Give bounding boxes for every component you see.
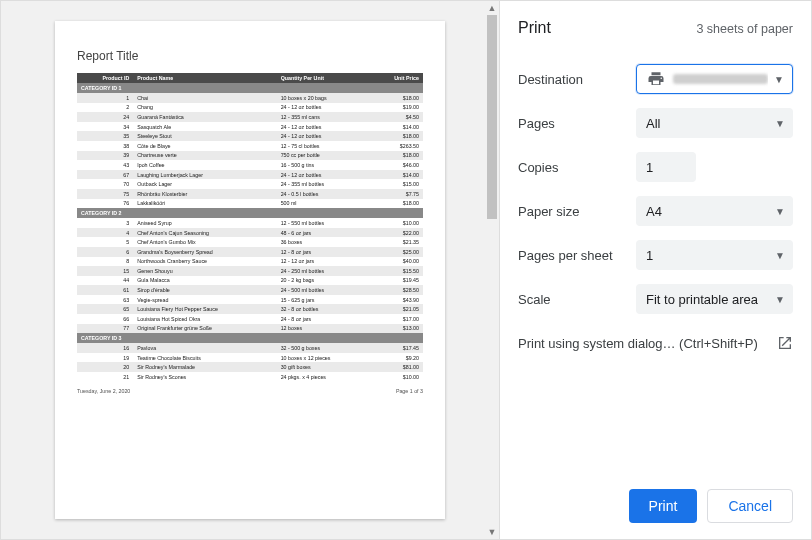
category-row: CATEGORY ID 3: [77, 333, 423, 343]
footer-page: Page 1 of 3: [396, 388, 423, 394]
table-row: 67Laughing Lumberjack Lager24 - 12 oz bo…: [77, 170, 423, 180]
chevron-down-icon: ▼: [775, 118, 785, 129]
cancel-button[interactable]: Cancel: [707, 489, 793, 523]
panel-title: Print: [518, 19, 551, 37]
copies-input[interactable]: 1: [636, 152, 696, 182]
label-pages: Pages: [518, 116, 636, 131]
table-row: 6Grandma's Boysenberry Spread12 - 8 oz j…: [77, 247, 423, 257]
table-row: 63Vegie-spread15 - 625 g jars$43.90: [77, 295, 423, 305]
table-row: 61Sirop d'érable24 - 500 ml bottles$28.5…: [77, 285, 423, 295]
table-row: 35Steeleye Stout24 - 12 oz bottles$18.00: [77, 131, 423, 141]
table-row: 38Côte de Blaye12 - 75 cl bottles$263.50: [77, 141, 423, 151]
table-row: 2Chang24 - 12 oz bottles$19.00: [77, 103, 423, 113]
col-product-name: Product Name: [133, 73, 276, 83]
col-qty-per-unit: Quantity Per Unit: [277, 73, 370, 83]
table-row: 1Chai10 boxes x 20 bags$18.00: [77, 93, 423, 103]
preview-pane: Report Title Product ID Product Name Qua…: [1, 1, 499, 539]
table-row: 76Lakkalikööri500 ml$18.00: [77, 199, 423, 209]
chevron-down-icon: ▼: [775, 294, 785, 305]
report-table: Product ID Product Name Quantity Per Uni…: [77, 73, 423, 382]
scroll-up-arrow[interactable]: ▲: [488, 1, 497, 15]
table-row: 43Ipoh Coffee16 - 500 g tins$46.00: [77, 160, 423, 170]
col-product-id: Product ID: [77, 73, 133, 83]
label-pages-per-sheet: Pages per sheet: [518, 248, 636, 263]
label-scale: Scale: [518, 292, 636, 307]
print-button[interactable]: Print: [629, 489, 698, 523]
table-row: 75Rhönbräu Klosterbier24 - 0.5 l bottles…: [77, 189, 423, 199]
category-row: CATEGORY ID 1: [77, 83, 423, 93]
table-row: 70Outback Lager24 - 355 ml bottles$15.00: [77, 179, 423, 189]
chevron-down-icon: ▼: [775, 250, 785, 261]
pages-per-sheet-select[interactable]: 1 ▼: [636, 240, 793, 270]
table-row: 44Gula Malacca20 - 2 kg bags$19.45: [77, 276, 423, 286]
table-row: 8Northwoods Cranberry Sauce12 - 12 oz ja…: [77, 257, 423, 267]
footer-date: Tuesday, June 2, 2020: [77, 388, 130, 394]
open-external-icon: [777, 335, 793, 351]
paper-size-select[interactable]: A4 ▼: [636, 196, 793, 226]
page-footer: Tuesday, June 2, 2020 Page 1 of 3: [77, 388, 423, 394]
table-row: 15Genen Shouyu24 - 250 ml bottles$15.50: [77, 266, 423, 276]
print-panel: Print 3 sheets of paper Destination ▼ Pa…: [499, 1, 811, 539]
report-title: Report Title: [77, 49, 423, 63]
label-paper-size: Paper size: [518, 204, 636, 219]
preview-scrollbar[interactable]: ▲ ▼: [485, 1, 499, 539]
sheets-summary: 3 sheets of paper: [696, 22, 793, 36]
scale-select[interactable]: Fit to printable area ▼: [636, 284, 793, 314]
table-row: 77Original Frankfurter grüne Soße12 boxe…: [77, 324, 423, 334]
destination-select[interactable]: ▼: [636, 64, 793, 94]
col-unit-price: Unit Price: [370, 73, 423, 83]
system-dialog-link[interactable]: Print using system dialog… (Ctrl+Shift+P…: [518, 335, 793, 351]
table-row: 34Sasquatch Ale24 - 12 oz bottles$14.00: [77, 122, 423, 132]
chevron-down-icon: ▼: [775, 206, 785, 217]
table-row: 66Louisiana Hot Spiced Okra24 - 8 oz jar…: [77, 314, 423, 324]
printer-icon: [647, 70, 665, 88]
table-row: 19Teatime Chocolate Biscuits10 boxes x 1…: [77, 353, 423, 363]
scroll-thumb[interactable]: [487, 15, 497, 219]
destination-value: [673, 74, 768, 84]
table-row: 5Chef Anton's Gumbo Mix36 boxes$21.35: [77, 237, 423, 247]
label-copies: Copies: [518, 160, 636, 175]
label-destination: Destination: [518, 72, 636, 87]
table-row: 65Louisiana Fiery Hot Pepper Sauce32 - 8…: [77, 304, 423, 314]
pages-select[interactable]: All ▼: [636, 108, 793, 138]
table-row: 24Guaraná Fantástica12 - 355 ml cans$4.5…: [77, 112, 423, 122]
table-row: 3Aniseed Syrup12 - 550 ml bottles$10.00: [77, 218, 423, 228]
chevron-down-icon: ▼: [774, 74, 784, 85]
category-row: CATEGORY ID 2: [77, 208, 423, 218]
scroll-down-arrow[interactable]: ▼: [488, 525, 497, 539]
table-row: 21Sir Rodney's Scones24 pkgs. x 4 pieces…: [77, 372, 423, 382]
table-row: 16Pavlova32 - 500 g boxes$17.45: [77, 343, 423, 353]
table-row: 20Sir Rodney's Marmalade30 gift boxes$81…: [77, 362, 423, 372]
table-row: 39Chartreuse verte750 cc per bottle$18.0…: [77, 151, 423, 161]
table-row: 4Chef Anton's Cajun Seasoning48 - 6 oz j…: [77, 228, 423, 238]
preview-page-1: Report Title Product ID Product Name Qua…: [55, 21, 445, 519]
